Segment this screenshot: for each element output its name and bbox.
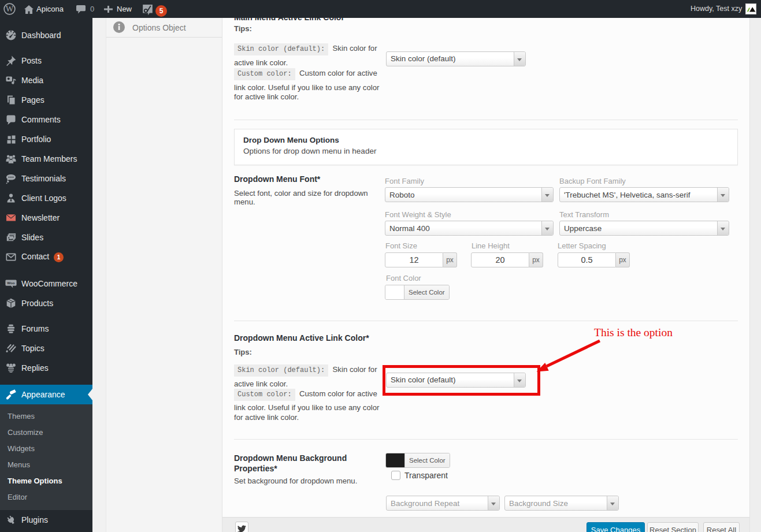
svg-text:Woo: Woo <box>7 281 15 285</box>
svg-text:W: W <box>6 4 14 13</box>
